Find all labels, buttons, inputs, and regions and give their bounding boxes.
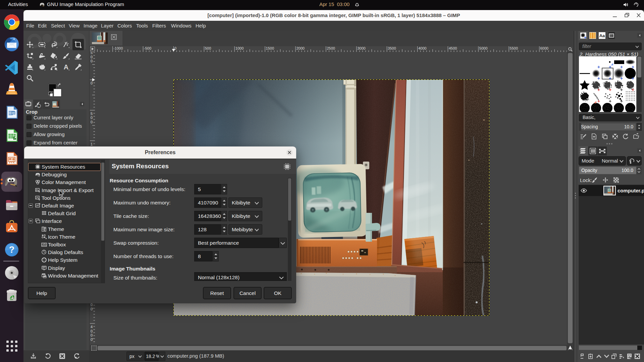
svg-text:?: ? bbox=[9, 245, 15, 255]
svg-text:1: 1 bbox=[91, 142, 93, 146]
svg-text:5: 5 bbox=[91, 52, 93, 55]
svg-text:500: 500 bbox=[205, 46, 211, 50]
svg-text:3500: 3500 bbox=[388, 46, 396, 50]
svg-text:1500: 1500 bbox=[266, 46, 274, 50]
svg-text:0: 0 bbox=[91, 338, 93, 342]
svg-text:-1000: -1000 bbox=[113, 46, 123, 50]
svg-text:4000: 4000 bbox=[418, 46, 426, 50]
svg-text:0: 0 bbox=[91, 329, 93, 333]
svg-text:-500: -500 bbox=[144, 46, 151, 50]
svg-text:5000: 5000 bbox=[479, 46, 487, 50]
svg-text:0: 0 bbox=[91, 333, 93, 337]
svg-text:6000: 6000 bbox=[540, 46, 548, 50]
svg-text:2500: 2500 bbox=[327, 46, 335, 50]
svg-text:5: 5 bbox=[91, 112, 93, 116]
svg-text:2000: 2000 bbox=[297, 46, 305, 50]
svg-text:0: 0 bbox=[91, 59, 93, 63]
svg-text:1000: 1000 bbox=[235, 46, 244, 50]
svg-text:0: 0 bbox=[91, 307, 93, 311]
svg-text:A: A bbox=[64, 63, 68, 71]
svg-text:0: 0 bbox=[91, 116, 93, 120]
svg-text:4500: 4500 bbox=[449, 46, 457, 50]
svg-text:0: 0 bbox=[91, 55, 93, 59]
svg-text:3000: 3000 bbox=[357, 46, 365, 50]
svg-text:5500: 5500 bbox=[510, 46, 518, 50]
svg-text:0: 0 bbox=[91, 120, 93, 124]
svg-text:Aa: Aa bbox=[599, 33, 605, 38]
svg-text:0: 0 bbox=[91, 81, 93, 85]
svg-text:4: 4 bbox=[91, 325, 93, 329]
